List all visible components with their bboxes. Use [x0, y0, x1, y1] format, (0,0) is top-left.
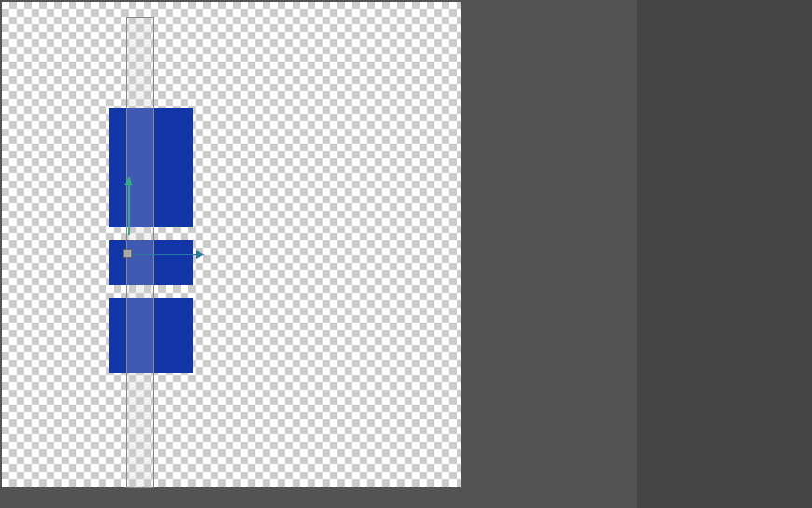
gizmo-origin[interactable] — [123, 249, 132, 258]
gizmo-x-axis[interactable] — [128, 254, 202, 255]
right-panel: 思缘设计论坛 WWW.MISSYUAN.COM X: X: Y: Y: Z: Z… — [637, 0, 812, 508]
gizmo-y-axis[interactable] — [128, 179, 130, 235]
canvas[interactable] — [2, 2, 461, 487]
